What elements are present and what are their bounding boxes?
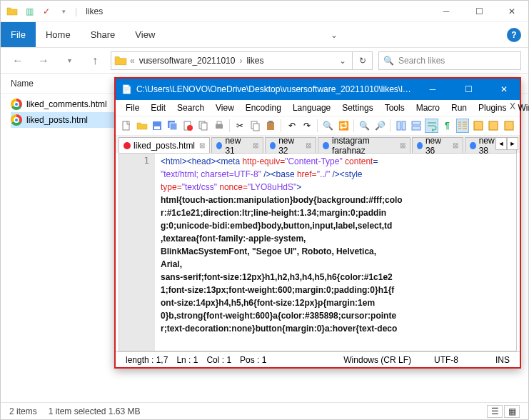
tab-scroll-right[interactable]: ►: [507, 137, 518, 150]
editor-tab[interactable]: new 31⊠: [211, 137, 263, 153]
menu-edit[interactable]: Edit: [145, 101, 171, 114]
nav-recent-dropdown[interactable]: ▾: [59, 51, 79, 71]
qa-properties-icon[interactable]: ▥: [24, 6, 35, 17]
explorer-statusbar: 2 items 1 item selected 1.63 MB ☰ ▦: [1, 402, 528, 419]
editor-tab[interactable]: new 32⊠: [265, 137, 317, 153]
npp-menubar: FileEditSearchViewEncodingLanguageSettin…: [116, 100, 520, 116]
nav-forward-button[interactable]: →: [34, 51, 54, 71]
refresh-button[interactable]: ↻: [353, 51, 373, 70]
indent-guide-icon[interactable]: [456, 119, 470, 133]
maximize-button[interactable]: ☐: [463, 1, 495, 22]
open-file-icon[interactable]: [136, 119, 149, 133]
chevron-left-icon[interactable]: «: [130, 56, 135, 66]
view-details-button[interactable]: ☰: [487, 405, 503, 418]
tab-close-icon[interactable]: ⊠: [453, 141, 458, 149]
help-button[interactable]: ?: [507, 28, 521, 42]
zoom-out-icon[interactable]: 🔎: [373, 119, 387, 133]
menu-view[interactable]: View: [210, 101, 240, 114]
tab-share[interactable]: Share: [81, 22, 126, 47]
doc-map-icon[interactable]: [487, 119, 500, 133]
sync-h-icon[interactable]: [410, 119, 423, 133]
crumb-1[interactable]: vusersoftware_20211010: [138, 56, 237, 66]
code-content[interactable]: <html><head><meta http-equiv="Content-Ty…: [155, 154, 516, 351]
status-line: Ln : 1: [172, 355, 202, 365]
print-icon[interactable]: [212, 119, 226, 133]
tab-view[interactable]: View: [125, 22, 165, 47]
ribbon-expand-icon[interactable]: ⌄: [331, 30, 338, 40]
menu-run[interactable]: Run: [445, 101, 473, 114]
tab-close-icon[interactable]: ⊠: [400, 141, 405, 149]
tab-status-icon: [323, 142, 329, 149]
svg-rect-15: [397, 121, 400, 130]
tab-close-icon[interactable]: ⊠: [306, 141, 311, 149]
crumb-2[interactable]: likes: [245, 56, 265, 66]
user-lang-icon[interactable]: [471, 119, 485, 133]
menu-macro[interactable]: Macro: [410, 101, 445, 114]
npp-titlebar[interactable]: 📄 C:\Users\LENOVO\OneDrive\Desktop\vuser…: [116, 79, 520, 100]
status-selection: 1 item selected 1.63 MB: [49, 406, 141, 416]
tab-file[interactable]: File: [1, 22, 36, 47]
file-name: liked_comments.html: [26, 99, 107, 109]
menu-encoding[interactable]: Encoding: [240, 101, 287, 114]
minimize-button[interactable]: ─: [430, 1, 463, 22]
sync-v-icon[interactable]: [394, 119, 408, 133]
menu-plugins[interactable]: Plugins: [473, 101, 512, 114]
status-count: 2 items: [9, 406, 37, 416]
redo-icon[interactable]: ↷: [301, 119, 314, 133]
nav-back-button[interactable]: ←: [8, 51, 28, 71]
chrome-icon: [11, 99, 22, 110]
npp-close-button[interactable]: ✕: [488, 79, 520, 100]
replace-icon[interactable]: 🔁: [337, 119, 351, 133]
editor-tab[interactable]: new 36⊠: [412, 137, 464, 153]
menu-tools[interactable]: Tools: [379, 101, 410, 114]
show-all-chars-icon[interactable]: ¶: [440, 119, 454, 133]
save-icon[interactable]: [151, 119, 164, 133]
explorer-titlebar: ▥ ✓ ▾ | likes ─ ☐ ✕: [1, 1, 528, 22]
address-bar[interactable]: « vusersoftware_20211010 › likes ⌄: [111, 51, 353, 70]
status-pos: Pos : 1: [236, 355, 271, 365]
qa-checkmark-icon[interactable]: ✓: [41, 6, 52, 17]
save-all-icon[interactable]: [166, 119, 180, 133]
nav-up-button[interactable]: ↑: [85, 51, 105, 71]
func-list-icon[interactable]: [502, 119, 515, 133]
menu-file[interactable]: File: [120, 101, 145, 114]
editor-tab[interactable]: instagram farahnaz⊠: [318, 137, 410, 153]
address-dropdown-icon[interactable]: ⌄: [336, 56, 349, 66]
menu-language[interactable]: Language: [287, 101, 336, 114]
svg-rect-0: [123, 121, 129, 130]
npp-close-x-icon[interactable]: X: [510, 101, 515, 111]
tab-scroll-left[interactable]: ◄: [495, 137, 507, 150]
new-file-icon[interactable]: [120, 119, 133, 133]
zoom-in-icon[interactable]: 🔍: [358, 119, 371, 133]
undo-icon[interactable]: ↶: [285, 119, 298, 133]
svg-rect-18: [412, 126, 420, 130]
find-icon[interactable]: 🔍: [321, 119, 335, 133]
npp-statusbar: length : 1,7 Ln : 1 Col : 1 Pos : 1 Wind…: [116, 351, 520, 367]
copy-icon[interactable]: [248, 119, 262, 133]
wordwrap-icon[interactable]: [425, 119, 438, 133]
tab-status-icon: [470, 142, 475, 149]
editor-area[interactable]: 1 <html><head><meta http-equiv="Content-…: [119, 153, 517, 351]
qa-dropdown-icon[interactable]: ▾: [58, 6, 69, 17]
npp-minimize-button[interactable]: ─: [417, 79, 448, 100]
menu-search[interactable]: Search: [171, 101, 210, 114]
editor-tab[interactable]: liked_posts.html⊠: [119, 137, 210, 153]
close-button[interactable]: ✕: [495, 1, 528, 22]
tab-close-icon[interactable]: ⊠: [253, 141, 258, 149]
status-encoding: UTF-8: [430, 355, 463, 365]
close-all-icon[interactable]: [197, 119, 211, 133]
search-box[interactable]: 🔍 Search likes: [378, 51, 521, 70]
paste-icon[interactable]: [264, 119, 278, 133]
svg-rect-21: [505, 121, 513, 130]
folder-icon: [114, 54, 127, 67]
view-icons-button[interactable]: ▦: [504, 405, 520, 418]
ribbon: File Home Share View ⌄ ?: [1, 22, 528, 48]
status-insert-mode: INS: [491, 355, 514, 365]
tab-home[interactable]: Home: [36, 22, 81, 47]
tab-label: new 31: [225, 136, 248, 156]
close-file-icon[interactable]: [181, 119, 195, 133]
npp-maximize-button[interactable]: ☐: [453, 79, 484, 100]
tab-close-icon[interactable]: ⊠: [199, 141, 205, 149]
menu-settings[interactable]: Settings: [336, 101, 378, 114]
cut-icon[interactable]: ✂: [233, 119, 247, 133]
